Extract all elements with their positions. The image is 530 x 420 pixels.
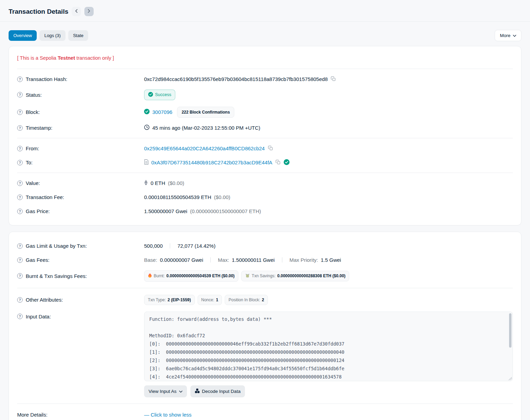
help-icon[interactable]: ?: [17, 92, 23, 97]
from-address-link[interactable]: 0x259c49E65644a020C2A642260a4ffB0CD862cb…: [144, 145, 265, 151]
max-fee-label: Max:: [218, 257, 229, 263]
block-number-link[interactable]: 3007096: [152, 109, 172, 115]
tab-overview[interactable]: Overview: [9, 30, 37, 41]
show-less-link[interactable]: — Click to show less: [144, 412, 191, 418]
copy-icon: [331, 76, 336, 82]
transaction-hash-value: 0xc72d984ccac6190b5f135576eb97b03604bc81…: [144, 76, 328, 82]
gas-fees-label: Gas Fees:: [26, 257, 49, 263]
status-badge: Success: [144, 90, 175, 100]
help-icon[interactable]: ?: [17, 109, 23, 115]
more-button-label: More: [500, 33, 510, 38]
position-in-block-badge: Position In Block: 2: [225, 295, 268, 305]
burnt-fee-badge-label: Burnt:: [154, 273, 165, 278]
help-icon[interactable]: ?: [17, 209, 23, 214]
resize-handle[interactable]: [508, 377, 512, 380]
input-data-textarea[interactable]: Function: forward(address to,bytes data)…: [144, 312, 513, 381]
status-row: ? Status: Success: [17, 86, 513, 103]
transaction-hash-label: Transaction Hash:: [26, 76, 67, 82]
help-icon[interactable]: ?: [17, 146, 23, 151]
next-transaction-button[interactable]: [84, 7, 94, 16]
page-header: Transaction Details: [0, 0, 530, 22]
help-icon[interactable]: ?: [17, 77, 23, 82]
max-priority-fee-label: Max Priority:: [290, 257, 318, 263]
copy-icon: [275, 160, 281, 166]
value-amount: 0 ETH: [151, 180, 165, 186]
input-data-row: ? Input Data: Function: forward(address …: [17, 308, 513, 400]
decode-input-data-button[interactable]: Decode Input Data: [190, 385, 245, 397]
input-data-scrollbar[interactable]: [509, 313, 511, 348]
ethereum-icon: [144, 180, 148, 186]
copy-icon: [268, 145, 273, 152]
gas-limit-value: 500,000: [144, 243, 163, 249]
money-with-wings-icon: [245, 273, 250, 279]
input-data-label: Input Data:: [26, 314, 51, 319]
txn-savings-badge-label: Txn Savings:: [252, 273, 275, 278]
gas-price-label: Gas Price:: [26, 208, 50, 214]
clock-icon: [144, 125, 150, 131]
burnt-savings-label: Burnt & Txn Savings Fees:: [26, 273, 87, 279]
view-input-as-button[interactable]: View Input As: [144, 385, 187, 397]
chevron-down-icon: [179, 389, 182, 394]
separator: [170, 243, 170, 248]
tab-logs[interactable]: Logs (3): [39, 30, 66, 41]
divider: [17, 69, 513, 69]
decode-icon: [195, 388, 200, 394]
help-icon[interactable]: ?: [17, 257, 23, 263]
gas-limit-usage-label: Gas Limit & Usage by Txn:: [26, 243, 87, 249]
to-address-link[interactable]: 0xA3f07D6773514480b918C2742b027b3acD9E44…: [151, 160, 272, 165]
block-confirmations-badge: 222 Block Confirmations: [177, 107, 234, 118]
divider: [17, 138, 513, 138]
base-fee-label: Base:: [144, 257, 157, 263]
help-icon[interactable]: ?: [17, 125, 23, 131]
from-label: From:: [26, 145, 39, 151]
max-fee-value: 1.500000011 Gwei: [232, 257, 275, 263]
help-icon[interactable]: ?: [17, 195, 23, 200]
timestamp-label: Timestamp:: [26, 125, 52, 131]
copy-to-address-button[interactable]: [275, 159, 281, 166]
gas-price-eth: (0.000000001500000007 ETH): [190, 208, 261, 214]
status-badge-label: Success: [155, 92, 171, 97]
nonce-badge-label: Nonce:: [201, 298, 214, 302]
divider: [17, 404, 513, 404]
verified-check-icon: [284, 159, 290, 166]
fire-icon: [148, 273, 152, 279]
chevron-right-icon: [87, 9, 91, 14]
previous-transaction-button[interactable]: [72, 7, 81, 16]
other-attributes-label: Other Attributes:: [26, 297, 63, 303]
separator: [282, 257, 282, 262]
help-icon[interactable]: ?: [17, 273, 23, 279]
page-title: Transaction Details: [9, 8, 68, 15]
more-details-row: More Details: — Click to show less: [17, 407, 513, 420]
txn-savings-badge: Txn Savings: 0.000000000000288308 ETH ($…: [241, 271, 349, 281]
copy-hash-button[interactable]: [330, 76, 336, 83]
base-fee-value: 0.000000007 Gwei: [160, 257, 203, 263]
help-icon[interactable]: ?: [17, 180, 23, 186]
from-row: ? From: 0x259c49E65644a020C2A642260a4ffB…: [17, 141, 513, 155]
testnet-notice: [ This is a Sepolia Testnet transaction …: [17, 53, 513, 66]
more-details-label: More Details:: [17, 412, 144, 418]
copy-from-address-button[interactable]: [268, 145, 273, 152]
value-label: Value:: [26, 180, 40, 186]
status-label: Status:: [26, 92, 42, 98]
decode-input-data-label: Decode Input Data: [202, 389, 241, 394]
more-dropdown-button[interactable]: More: [495, 30, 521, 41]
gas-limit-usage-row: ? Gas Limit & Usage by Txn: 500,000 72,0…: [17, 239, 513, 253]
tab-state[interactable]: State: [68, 30, 88, 41]
divider: [17, 288, 513, 288]
help-icon[interactable]: ?: [17, 160, 23, 165]
transaction-fee-usd: ($0.00): [214, 194, 231, 200]
tab-bar: Overview Logs (3) State More: [0, 22, 530, 46]
check-circle-icon: [148, 92, 153, 98]
help-icon[interactable]: ?: [17, 243, 23, 249]
value-row: ? Value: 0 ETH ($0.00): [17, 176, 513, 190]
position-in-block-badge-value: 2: [262, 298, 264, 302]
divider: [17, 173, 513, 173]
help-icon[interactable]: ?: [17, 314, 23, 319]
block-label: Block:: [26, 109, 40, 115]
testnet-notice-prefix: [ This is a Sepolia: [17, 55, 58, 61]
help-icon[interactable]: ?: [17, 297, 23, 303]
transaction-fee-amount: 0.000108115500504539 ETH: [144, 194, 211, 200]
input-data-content: Function: forward(address to,bytes data)…: [149, 315, 508, 381]
txn-savings-badge-value: 0.000000000000288308 ETH ($0.00): [277, 273, 345, 278]
burnt-fee-badge: Burnt: 0.000000000000504539 ETH ($0.00): [144, 270, 238, 282]
